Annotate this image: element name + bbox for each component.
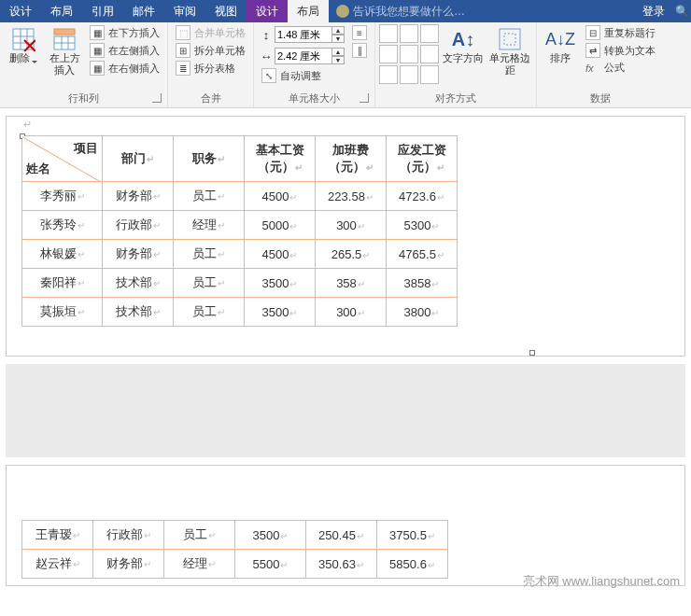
table-row[interactable]: 李秀丽↵财务部↵员工↵4500↵223.58↵4723.6↵ <box>22 182 458 211</box>
insert-right-button[interactable]: ▦在右侧插入 <box>86 60 163 77</box>
formula-button[interactable]: fx公式 <box>582 60 659 76</box>
tab-layout[interactable]: 布局 <box>41 0 82 22</box>
repeat-header-icon: ⊟ <box>585 25 600 40</box>
insert-right-icon: ▦ <box>90 61 105 76</box>
distribute-cols[interactable]: ‖ <box>348 42 371 59</box>
ribbon: 删除 在上方插入 ▦在下方插入 ▦在左侧插入 ▦在右侧插入 行和列 ⬚合并单元格… <box>0 22 691 108</box>
tab-mailings[interactable]: 邮件 <box>123 0 164 22</box>
tab-table-design[interactable]: 设计 <box>247 0 288 22</box>
table-resize-handle[interactable] <box>529 350 535 356</box>
align-mr[interactable] <box>420 45 439 63</box>
insert-above-button[interactable]: 在上方插入 <box>45 24 84 78</box>
split-table-button[interactable]: ≣拆分表格 <box>172 60 249 77</box>
svg-rect-12 <box>500 29 520 49</box>
group-label-data: 数据 <box>541 91 659 105</box>
convert-text-button[interactable]: ⇄转换为文本 <box>582 42 659 59</box>
header-diag: 项目 姓名 <box>22 136 103 182</box>
table-row[interactable]: 王青瑷↵行政部↵员工↵3500↵250.45↵3750.5↵ <box>22 521 448 550</box>
distribute-rows[interactable]: ≡ <box>348 24 371 41</box>
height-up[interactable]: ▲ <box>331 26 345 35</box>
merge-cells-button[interactable]: ⬚合并单元格 <box>172 24 249 41</box>
login-link[interactable]: 登录 <box>635 4 672 20</box>
tab-table-layout[interactable]: 布局 <box>288 0 329 22</box>
text-direction-button[interactable]: A↕ 文字方向 <box>441 24 486 66</box>
align-tc[interactable] <box>400 24 418 43</box>
align-br[interactable] <box>420 65 439 84</box>
align-mc[interactable] <box>400 45 418 63</box>
th-base: 基本工资（元）↵ <box>245 136 316 182</box>
group-alignment: A↕ 文字方向 单元格边距 对齐方式 <box>375 22 537 107</box>
document-area[interactable]: ↵ 项目 姓名 部门↵ 职务↵ 基本工资（元）↵ 加班费（元）↵ 应发工资（元）… <box>0 108 691 616</box>
th-overtime: 加班费（元）↵ <box>316 136 387 182</box>
page: ↵ 项目 姓名 部门↵ 职务↵ 基本工资（元）↵ 加班费（元）↵ 应发工资（元）… <box>6 116 685 357</box>
split-cells-button[interactable]: ⊞拆分单元格 <box>172 42 249 59</box>
autofit-button[interactable]: ⤡自动调整 <box>258 67 345 84</box>
alignment-grid <box>379 24 439 84</box>
sort-button[interactable]: A↓Z 排序 <box>541 24 580 66</box>
tell-me-box[interactable]: 告诉我您想要做什么… <box>336 4 465 20</box>
group-cell-size: ↕▲▼ ↔▲▼ ⤡自动调整 ≡ ‖ 单元格大小 <box>254 22 375 107</box>
table-row[interactable]: 莫振垣↵技术部↵员工↵3500↵300↵3800↵ <box>22 298 458 327</box>
convert-text-icon: ⇄ <box>585 43 600 58</box>
col-width-input[interactable] <box>275 48 332 64</box>
align-bc[interactable] <box>400 65 418 84</box>
page-gap <box>6 364 685 457</box>
row-height-spinner[interactable]: ↕▲▼ <box>258 25 345 44</box>
table-row[interactable]: 林银媛↵财务部↵员工↵4500↵265.5↵4765.5↵ <box>22 240 458 269</box>
svg-rect-11 <box>54 29 75 35</box>
group-rows-cols: 删除 在上方插入 ▦在下方插入 ▦在左侧插入 ▦在右侧插入 行和列 <box>0 22 168 107</box>
autofit-icon: ⤡ <box>261 68 276 83</box>
split-table-icon: ≣ <box>176 61 190 76</box>
watermark-text: 亮术网 www.liangshunet.com <box>523 573 680 590</box>
repeat-header-button[interactable]: ⊟重复标题行 <box>582 24 659 41</box>
cell-margins-icon <box>497 26 523 52</box>
th-due: 应发工资（元）↵ <box>387 136 458 182</box>
group-label-merge: 合并 <box>172 91 249 105</box>
row-height-input[interactable] <box>275 26 332 43</box>
height-icon: ↕ <box>258 28 275 42</box>
insert-below-icon: ▦ <box>90 25 105 40</box>
group-data: A↓Z 排序 ⊟重复标题行 ⇄转换为文本 fx公式 数据 <box>537 22 663 107</box>
delete-table-icon <box>10 26 36 52</box>
distribute-cols-icon: ‖ <box>352 43 367 58</box>
salary-table-2[interactable]: 王青瑷↵行政部↵员工↵3500↵250.45↵3750.5↵赵云祥↵财务部↵经理… <box>21 520 448 579</box>
distribute-rows-icon: ≡ <box>352 25 367 40</box>
insert-below-button[interactable]: ▦在下方插入 <box>86 24 163 41</box>
align-tr[interactable] <box>420 24 439 43</box>
tab-review[interactable]: 审阅 <box>164 0 205 22</box>
group-label-align: 对齐方式 <box>379 91 532 105</box>
tab-design[interactable]: 设计 <box>0 0 41 22</box>
table-row[interactable]: 秦阳祥↵技术部↵员工↵3500↵358↵3858↵ <box>22 269 458 298</box>
split-cells-icon: ⊞ <box>176 43 190 58</box>
ribbon-tabs: 设计 布局 引用 邮件 审阅 视图 设计 布局 告诉我您想要做什么… 登录 🔍 <box>0 0 691 22</box>
width-icon: ↔ <box>258 49 275 63</box>
align-bl[interactable] <box>379 65 398 84</box>
paragraph-mark: ↵ <box>23 119 32 131</box>
search-icon[interactable]: 🔍 <box>672 5 691 18</box>
tab-references[interactable]: 引用 <box>82 0 123 22</box>
height-down[interactable]: ▼ <box>331 35 345 43</box>
align-ml[interactable] <box>379 45 398 63</box>
group-label-rowcol: 行和列 <box>4 91 163 105</box>
width-down[interactable]: ▼ <box>331 56 345 64</box>
table-row[interactable]: 张秀玲↵行政部↵经理↵5000↵300↵5300↵ <box>22 211 458 240</box>
tab-view[interactable]: 视图 <box>205 0 247 22</box>
salary-table[interactable]: 项目 姓名 部门↵ 职务↵ 基本工资（元）↵ 加班费（元）↵ 应发工资（元）↵ … <box>21 135 458 327</box>
sort-icon: A↓Z <box>547 26 573 52</box>
insert-left-icon: ▦ <box>90 43 105 58</box>
col-width-spinner[interactable]: ↔▲▼ <box>258 47 345 65</box>
width-up[interactable]: ▲ <box>331 48 345 56</box>
svg-rect-13 <box>504 34 515 45</box>
th-dept: 部门↵ <box>103 136 174 182</box>
group-label-size: 单元格大小 <box>258 91 371 105</box>
delete-button[interactable]: 删除 <box>4 24 43 66</box>
insert-above-icon <box>51 26 78 52</box>
table-row[interactable]: 赵云祥↵财务部↵经理↵5500↵350.63↵5850.6↵ <box>22 550 448 579</box>
cell-margins-button[interactable]: 单元格边距 <box>487 24 532 78</box>
tell-me-text: 告诉我您想要做什么… <box>353 4 465 20</box>
page: 王青瑷↵行政部↵员工↵3500↵250.45↵3750.5↵赵云祥↵财务部↵经理… <box>6 465 685 586</box>
text-direction-icon: A↕ <box>450 26 476 52</box>
insert-left-button[interactable]: ▦在左侧插入 <box>86 42 163 59</box>
align-tl[interactable] <box>379 24 398 43</box>
group-merge: ⬚合并单元格 ⊞拆分单元格 ≣拆分表格 合并 <box>168 22 254 107</box>
